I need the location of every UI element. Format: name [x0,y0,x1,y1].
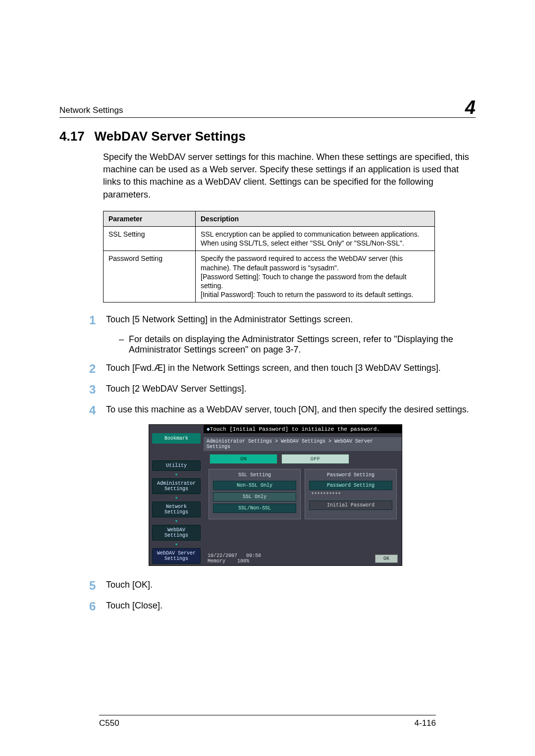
header-section-name: Network Settings [59,105,123,115]
step-text: Touch [2 WebDAV Server Settings]. [106,383,246,395]
table-header-parameter: Parameter [104,211,196,226]
sidebar-item-webdav-server-settings[interactable]: WebDAV Server Settings [152,548,201,564]
step-number: 1 [89,313,106,327]
panel-hint-bar: ◆Touch [Initial Password] to initialize … [204,425,402,433]
panel-breadcrumb: Administrator Settings > WebDAV Settings… [204,437,402,451]
param-description: Specify the password required to access … [196,251,435,302]
step-text: Touch [OK]. [106,579,153,591]
step-text: Touch [Fwd.Æ] in the Network Settings sc… [106,362,441,374]
panel-memory-value: 100% [237,558,249,564]
panel-sidebar: Bookmark Utility ▾ Administrator Setting… [149,425,204,565]
sidebar-item-webdav-settings[interactable]: WebDAV Settings [152,525,201,541]
ssl-option-ssl-only[interactable]: SSL Only [213,492,296,502]
ok-button[interactable]: OK [375,554,398,563]
section-number: 4.17 [59,129,85,144]
substep-text: For details on displaying the Administra… [129,334,476,355]
section-heading: 4.17 WebDAV Server Settings [59,129,476,144]
password-setting-button[interactable]: Password Setting [309,481,392,490]
param-name: SSL Setting [104,226,196,251]
step-2: 2 Touch [Fwd.Æ] in the Network Settings … [89,362,476,376]
embedded-panel-figure: Bookmark Utility ▾ Administrator Setting… [149,424,476,566]
footer-model: C550 [99,718,119,728]
control-panel: Bookmark Utility ▾ Administrator Setting… [149,424,402,566]
sidebar-item-utility[interactable]: Utility [152,460,201,471]
panel-footer: 10/22/2007 09:58 Memory 100% OK [204,552,402,565]
step-number: 6 [89,600,106,613]
panel-time: 09:58 [246,553,261,558]
chevron-down-icon: ▾ [149,495,204,501]
on-button[interactable]: ON [210,454,277,464]
sidebar-item-administrator-settings[interactable]: Administrator Settings [152,478,201,494]
initial-password-button[interactable]: Initial Password [309,501,392,510]
step-4: 4 To use this machine as a WebDAV server… [89,403,476,417]
table-row: Password Setting Specify the password re… [104,251,435,302]
step-number: 5 [89,579,106,593]
footer-page-number: 4-116 [415,718,436,728]
panel-footer-status: 10/22/2007 09:58 Memory 100% [208,553,261,564]
ssl-setting-group: SSL Setting Non-SSL Only SSL Only SSL/No… [209,469,301,519]
page-footer: C550 4-116 [99,715,436,728]
section-title: WebDAV Server Settings [95,129,246,144]
password-masked-value: ********** [311,492,392,498]
running-header: Network Settings 4 [59,94,476,118]
sidebar-item-network-settings[interactable]: Network Settings [152,502,201,517]
ssl-group-title: SSL Setting [213,472,296,478]
parameter-table: Parameter Description SSL Setting SSL en… [103,211,435,303]
password-group-title: Password Setting [309,472,392,478]
step-1: 1 Touch [5 Network Setting] in the Admin… [89,313,476,327]
step-number: 4 [89,403,106,417]
table-header-description: Description [196,211,435,226]
sidebar-item-bookmark[interactable]: Bookmark [152,433,201,444]
step-text: To use this machine as a WebDAV server, … [106,403,469,416]
password-setting-group: Password Setting Password Setting ******… [305,469,397,519]
intro-paragraph: Specify the WebDAV server settings for t… [103,151,476,201]
chevron-down-icon: ▾ [149,518,204,524]
header-chapter-number: 4 [465,97,476,118]
dash-icon: – [119,334,129,345]
chevron-down-icon: ▾ [149,541,204,548]
step-number: 2 [89,362,106,376]
panel-main: ◆Touch [Initial Password] to initialize … [204,425,402,565]
panel-memory-label: Memory [208,558,225,564]
diamond-icon: ◆ [207,426,210,432]
off-button[interactable]: OFF [281,454,349,464]
chevron-down-icon: ▾ [149,471,204,478]
step-text: Touch [5 Network Setting] in the Adminis… [106,313,353,326]
panel-date: 10/22/2007 [208,553,237,558]
step-1-substep: – For details on displaying the Administ… [119,334,476,355]
step-number: 3 [89,383,106,397]
step-text: Touch [Close]. [106,600,162,612]
step-6: 6 Touch [Close]. [89,600,476,613]
on-off-toggle: ON OFF [204,451,402,467]
step-3: 3 Touch [2 WebDAV Server Settings]. [89,383,476,397]
table-row: SSL Setting SSL encryption can be applie… [104,226,435,251]
ssl-option-non-ssl-only[interactable]: Non-SSL Only [213,481,296,490]
step-5: 5 Touch [OK]. [89,579,476,593]
param-name: Password Setting [104,251,196,302]
panel-hint-text: Touch [Initial Password] to initialize t… [210,426,380,432]
ssl-option-ssl-non-ssl[interactable]: SSL/Non-SSL [213,504,296,513]
param-description: SSL encryption can be applied to communi… [196,226,435,251]
